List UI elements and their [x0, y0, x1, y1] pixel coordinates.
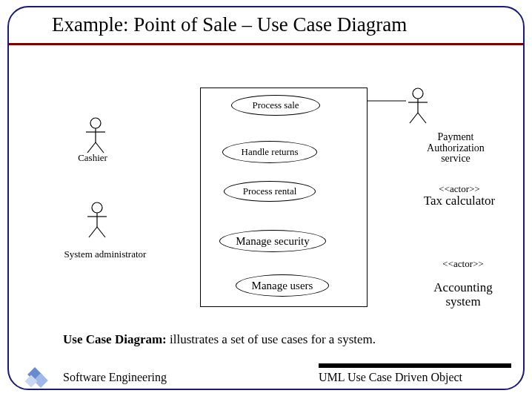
- slide-bullet-icon: [22, 362, 52, 392]
- footer-bar: [319, 363, 511, 368]
- caption-rest: illustrates a set of use cases for a sys…: [167, 332, 376, 346]
- diagram-caption: Use Case Diagram: illustrates a set of u…: [63, 332, 376, 347]
- footer-right: UML Use Case Driven Object: [319, 371, 462, 384]
- footer-left: Software Engineering: [63, 371, 167, 384]
- caption-bold: Use Case Diagram:: [63, 332, 167, 346]
